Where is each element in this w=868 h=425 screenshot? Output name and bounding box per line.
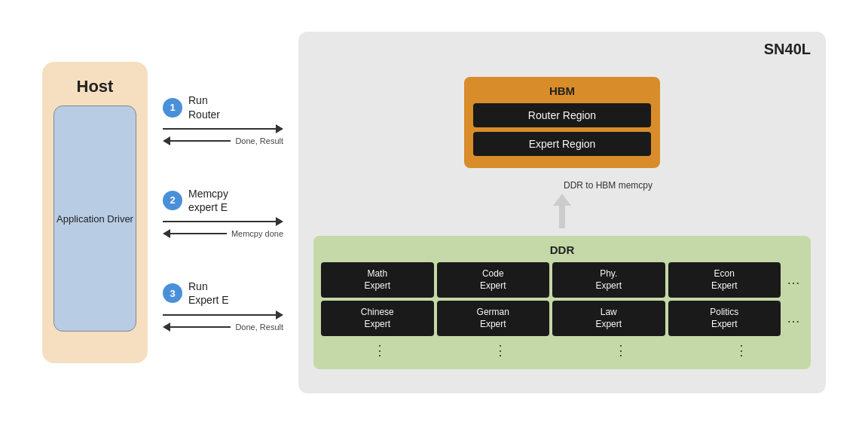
chinese-expert-cell: ChineseExpert — [321, 301, 434, 336]
law-expert-cell: LawExpert — [552, 301, 665, 336]
step2-back-arrowhead — [163, 229, 170, 238]
step2-label: Memcpyexpert E — [188, 187, 228, 214]
dot3: ⋮ — [562, 339, 680, 362]
step1-backward-arrow: Done, Result — [163, 136, 283, 145]
german-expert-cell: GermanExpert — [437, 301, 550, 336]
step2-label-row: 2 Memcpyexpert E — [163, 187, 283, 214]
step2-group: 2 Memcpyexpert E Memcpy done — [163, 187, 283, 238]
dot4: ⋮ — [683, 339, 800, 362]
sn40l-inner: HBM Router Region Expert Region DDR to H… — [313, 77, 811, 369]
step2-return-label: Memcpy done — [231, 229, 283, 238]
step3-return-label: Done, Result — [235, 323, 283, 332]
ddr-hbm-arrow — [553, 194, 571, 228]
step2-arrowhead — [276, 217, 283, 226]
step1-group: 1 RunRouter Done, Result — [163, 93, 283, 145]
step3-label: RunExpert E — [188, 280, 229, 307]
expert-row2: ChineseExpert GermanExpert LawExpert Pol… — [321, 301, 803, 336]
diagram: Host Application Driver 1 RunRouter Done… — [20, 17, 848, 408]
phy-expert-cell: Phy.Expert — [552, 262, 665, 298]
host-title: Host — [77, 77, 114, 96]
step3-arrowhead — [276, 310, 283, 320]
router-region: Router Region — [473, 103, 651, 127]
step3-circle: 3 — [163, 283, 182, 303]
step1-return-label: Done, Result — [235, 136, 283, 145]
step1-back-arrowhead — [163, 136, 170, 145]
arrows-section: 1 RunRouter Done, Result 2 Memcpyexpert … — [148, 69, 298, 356]
step2-backward-arrow: Memcpy done — [163, 229, 283, 238]
code-expert-cell: CodeExpert — [437, 262, 550, 298]
math-expert-cell: MathExpert — [321, 262, 434, 298]
step3-backward-arrow: Done, Result — [163, 323, 283, 332]
step3-group: 3 RunExpert E Done, Result — [163, 280, 283, 331]
step2-back-line — [170, 233, 227, 234]
sn40l-title: SN40L — [764, 41, 811, 58]
step1-label: RunRouter — [188, 93, 220, 121]
hbm-box: HBM Router Region Expert Region — [464, 77, 660, 168]
expert-region: Expert Region — [473, 132, 651, 156]
step3-line — [163, 314, 276, 316]
sn40l-box: SN40L HBM Router Region Expert Region DD… — [298, 32, 826, 393]
step2-forward-arrow — [163, 217, 283, 226]
app-driver-label: Application Driver — [57, 213, 133, 225]
row1-dots: … — [784, 262, 803, 298]
step3-forward-arrow — [163, 310, 283, 320]
app-driver-box: Application Driver — [53, 105, 136, 332]
econ-expert-cell: EconExpert — [668, 262, 781, 298]
step1-forward-arrow — [163, 124, 283, 133]
step1-label-row: 1 RunRouter — [163, 93, 283, 121]
row2-dots: … — [784, 301, 803, 336]
ddr-title: DDR — [321, 243, 803, 256]
step2-line — [163, 221, 276, 222]
ddr-box: DDR MathExpert CodeExpert Phy.Expert Eco… — [313, 236, 811, 369]
step3-back-line — [170, 326, 231, 328]
politics-expert-cell: PoliticsExpert — [668, 301, 781, 336]
host-box: Host Application Driver — [42, 62, 148, 363]
dots-row: ⋮ ⋮ ⋮ ⋮ — [321, 339, 803, 362]
step1-back-line — [170, 140, 231, 142]
step1-line — [163, 128, 276, 130]
step1-arrowhead — [276, 124, 283, 133]
arrow-up-line — [559, 206, 565, 228]
arrow-up-head-icon — [553, 194, 571, 206]
hbm-title: HBM — [473, 84, 651, 97]
ddr-hbm-label: DDR to HBM memcpy — [464, 180, 660, 191]
step3-back-arrowhead — [163, 323, 170, 332]
ddr-hbm-arrow-container: DDR to HBM memcpy — [464, 180, 660, 228]
step3-label-row: 3 RunExpert E — [163, 280, 283, 307]
dot2: ⋮ — [442, 339, 559, 362]
step2-circle: 2 — [163, 191, 182, 210]
expert-row1: MathExpert CodeExpert Phy.Expert EconExp… — [321, 262, 803, 298]
step1-circle: 1 — [163, 98, 182, 118]
dot1: ⋮ — [321, 339, 439, 362]
